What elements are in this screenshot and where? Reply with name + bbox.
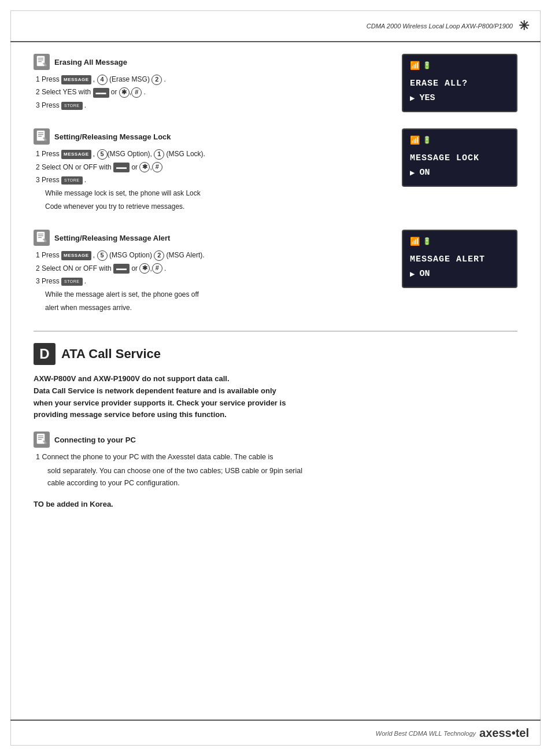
lcd-line1-alert: MESSAGE ALERT — [410, 253, 509, 267]
message-btn: MESSAGE — [61, 75, 91, 84]
nav-btn-lock: ▬▬ — [113, 163, 130, 172]
lcd-on-alert: ON — [419, 269, 430, 279]
lock-text: Setting/Releasing Message Lock 1 Press M… — [34, 128, 390, 213]
header: CDMA 2000 Wireless Local Loop AXW-P800/P… — [10, 10, 541, 42]
lcd-arrow-icon-lock: ▶ — [410, 168, 415, 178]
alert-note: While the message alert is set, the phon… — [36, 289, 390, 314]
signal-icon-alert: 📶 — [410, 237, 420, 246]
store-btn: STORE — [61, 102, 83, 110]
svg-rect-1 — [38, 58, 43, 58]
svg-rect-14 — [38, 437, 43, 438]
svg-rect-10 — [38, 235, 43, 236]
lcd-on-lock: ON — [419, 168, 430, 178]
alert-screen: 📶 🔋 MESSAGE ALERT ▶ ON — [402, 230, 517, 315]
alert-step2: 2 Select ON or OFF with ▬▬ or ✱,# . — [36, 263, 390, 274]
alert-step1: 1 Press MESSAGE , 5 (MSG Option) 2 (MSG … — [36, 249, 390, 261]
ata-title: ATA Call Service — [61, 346, 161, 362]
alert-body: 1 Press MESSAGE , 5 (MSG Option) 2 (MSG … — [34, 249, 390, 314]
ata-section: D ATA Call Service AXW-P800V and AXW-P19… — [34, 343, 517, 508]
lock-note: While message lock is set, the phone wil… — [36, 187, 390, 212]
connecting-step1-cont1: sold separately. You can choose one of t… — [36, 465, 517, 477]
erase-title-row: Erasing All Message — [34, 54, 390, 70]
alert-title-row: Setting/Releasing Message Alert — [34, 230, 390, 246]
svg-rect-0 — [37, 56, 45, 66]
header-logo: ✳ — [519, 19, 529, 34]
svg-rect-3 — [38, 61, 42, 62]
lcd-content-alert: MESSAGE ALERT ▶ ON — [410, 251, 509, 281]
btn-hash-lock: # — [152, 162, 162, 172]
svg-rect-8 — [37, 232, 45, 242]
lock-step2: 2 Select ON or OFF with ▬▬ or ✱,# — [36, 161, 390, 173]
lcd-arrow-alert: ▶ ON — [410, 269, 509, 279]
connecting-section: Connecting to your PC 1 Connect the phon… — [34, 432, 517, 489]
erase-manual-icon — [34, 54, 50, 70]
to-be-added: TO be added in Korea. — [34, 500, 517, 508]
erase-step2: 2 Select YES with ▬▬ or ✱,# . — [36, 86, 390, 98]
battery-icon: 🔋 — [423, 61, 431, 70]
nav-btn: ▬▬ — [93, 88, 109, 98]
lock-section: Setting/Releasing Message Lock 1 Press M… — [34, 128, 517, 213]
lock-step3: 3 Press STORE . — [36, 174, 390, 186]
lock-lcd: 📶 🔋 MESSAGE LOCK ▶ ON — [402, 128, 517, 187]
alert-text: Setting/Releasing Message Alert 1 Press … — [34, 230, 390, 315]
erase-body: 1 Press MESSAGE , 4 (Erase MSG) 2 . 2 Se… — [34, 73, 390, 111]
btn-1: 1 — [154, 149, 164, 160]
lcd-arrow-icon-alert: ▶ — [410, 269, 415, 279]
connecting-step1: 1 Connect the phone to your PC with the … — [36, 451, 517, 463]
lcd-line1-erase: ERASE ALL? — [410, 78, 509, 91]
erase-section: Erasing All Message 1 Press MESSAGE , 4 … — [34, 54, 517, 112]
ata-desc-1: AXW-P800V and AXW-P1900V do not support … — [34, 373, 517, 385]
lock-screen: 📶 🔋 MESSAGE LOCK ▶ ON — [402, 128, 517, 213]
btn-2-alert: 2 — [154, 250, 164, 261]
btn-hash-alert: # — [152, 263, 162, 274]
lcd-content-erase: ERASE ALL? ▶ YES — [410, 75, 509, 105]
signal-icon: 📶 — [410, 61, 420, 71]
alert-step3: 3 Press STORE . — [36, 275, 390, 287]
btn-star-alert: ✱ — [139, 263, 150, 274]
header-title: CDMA 2000 Wireless Local Loop AXW-P800/P… — [367, 23, 513, 29]
lcd-content-lock: MESSAGE LOCK ▶ ON — [410, 150, 509, 180]
btn-4: 4 — [97, 75, 108, 85]
btn-5: 5 — [97, 149, 108, 160]
alert-title: Setting/Releasing Message Alert — [54, 234, 170, 242]
lcd-yes: YES — [419, 93, 435, 103]
btn-star: ✱ — [119, 87, 130, 98]
lcd-status-lock: 📶 🔋 — [410, 135, 509, 145]
erase-screen: 📶 🔋 ERASE ALL? ▶ YES — [402, 54, 517, 112]
btn-hash: # — [131, 87, 142, 98]
svg-rect-6 — [38, 134, 43, 135]
main-content: Erasing All Message 1 Press MESSAGE , 4 … — [22, 42, 529, 720]
message-btn-alert: MESSAGE — [61, 251, 91, 260]
erase-title: Erasing All Message — [54, 58, 127, 67]
star-icon: ✳ — [519, 19, 529, 34]
section-divider — [34, 331, 517, 331]
ata-desc-3: when your service provider supports it. … — [34, 397, 517, 410]
connecting-title-row: Connecting to your PC — [34, 432, 517, 448]
store-btn-alert: STORE — [61, 278, 83, 286]
store-btn-lock: STORE — [61, 176, 83, 185]
erase-lcd: 📶 🔋 ERASE ALL? ▶ YES — [402, 54, 517, 112]
lcd-arrow-erase: ▶ YES — [410, 93, 509, 103]
connecting-title: Connecting to your PC — [54, 436, 136, 444]
alert-section: Setting/Releasing Message Alert 1 Press … — [34, 230, 517, 315]
lock-step1: 1 Press MESSAGE , 5(MSG Option), 1 (MSG … — [36, 148, 390, 160]
svg-rect-12 — [37, 434, 45, 444]
svg-rect-2 — [38, 60, 43, 60]
signal-icon-lock: 📶 — [410, 135, 420, 145]
message-btn-lock: MESSAGE — [61, 150, 91, 159]
btn-star-lock: ✱ — [139, 162, 150, 172]
lock-body: 1 Press MESSAGE , 5(MSG Option), 1 (MSG … — [34, 148, 390, 212]
svg-rect-13 — [38, 436, 43, 436]
lock-title: Setting/Releasing Message Lock — [54, 132, 171, 141]
btn-2: 2 — [151, 75, 162, 85]
lcd-status-erase: 📶 🔋 — [410, 61, 509, 71]
svg-rect-5 — [38, 132, 43, 133]
lcd-arrow-icon: ▶ — [410, 93, 415, 103]
svg-rect-11 — [38, 237, 42, 238]
ata-desc-2: Data Call Service is network dependent f… — [34, 385, 517, 397]
erase-text: Erasing All Message 1 Press MESSAGE , 4 … — [34, 54, 390, 112]
connecting-body: 1 Connect the phone to your PC with the … — [34, 451, 517, 489]
ata-description: AXW-P800V and AXW-P1900V do not support … — [34, 373, 517, 421]
svg-rect-4 — [37, 131, 45, 141]
ata-title-row: D ATA Call Service — [34, 343, 517, 365]
